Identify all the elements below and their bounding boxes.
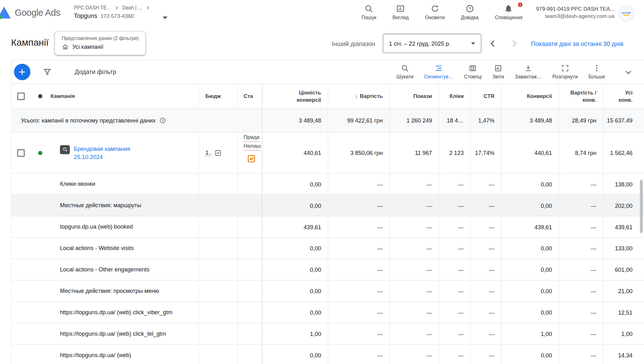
tool-segment[interactable]: Сегментув… bbox=[424, 64, 453, 80]
breadcrumb-level1[interactable]: PPC DASH TE... bbox=[74, 5, 111, 11]
google-ads-app: Google Ads PPC DASH TE... Dash | ... Top… bbox=[0, 0, 644, 364]
row-cost: — bbox=[328, 281, 389, 302]
home-icon bbox=[62, 43, 69, 51]
reports-icon bbox=[494, 64, 502, 72]
status-attention-icon[interactable] bbox=[247, 154, 256, 163]
notifications-button[interactable]: ! Сповіщення bbox=[495, 4, 523, 20]
row-cost: — bbox=[328, 216, 389, 237]
expand-icon bbox=[561, 64, 569, 72]
status-cell-empty bbox=[237, 195, 262, 216]
col-header-conv-value[interactable]: Цінність конверсії bbox=[262, 84, 328, 108]
date-range-value: 1 січ. – 22 груд. 2025 р. bbox=[389, 40, 451, 47]
filter-button[interactable] bbox=[43, 67, 52, 77]
show-last-30-days-link[interactable]: Показати дані за останні 30 днів bbox=[531, 40, 624, 47]
row-checkbox[interactable] bbox=[17, 149, 25, 156]
row-conv-value: 0,00 bbox=[262, 345, 328, 364]
budget-edit-icon[interactable] bbox=[214, 149, 222, 156]
col-header-all-conv[interactable]: Усі конв. bbox=[603, 84, 639, 108]
prev-period-button[interactable] bbox=[488, 39, 498, 48]
summary-row: Усього: кампанії в поточному представлен… bbox=[12, 109, 644, 133]
status-cell-empty bbox=[237, 345, 262, 364]
avatar[interactable]: DASH bbox=[619, 6, 634, 21]
row-conversions: 0,00 bbox=[501, 238, 558, 259]
row-conv-value: 1,00 bbox=[262, 323, 328, 344]
summary-all-conv: 15 637,49 bbox=[603, 109, 639, 132]
breadcrumb-account-name[interactable]: Topguns bbox=[74, 12, 97, 19]
funnel-icon bbox=[43, 67, 52, 77]
row-conversions: 0,00 bbox=[501, 302, 558, 323]
spacer-cell bbox=[30, 259, 50, 280]
row-conversions: 0,00 bbox=[501, 345, 558, 364]
campaign-status-text[interactable]: Налаш bbox=[244, 142, 261, 151]
svg-text:?: ? bbox=[469, 6, 471, 11]
campaign-status-text[interactable]: Прида bbox=[244, 133, 259, 142]
next-period-button[interactable] bbox=[509, 39, 519, 48]
filter-chip-caption: Представлення даних (2 фільтри) bbox=[62, 35, 139, 41]
collapse-toolbar-chevron-icon[interactable] bbox=[624, 67, 633, 77]
data-view-filter-chip[interactable]: Представлення даних (2 фільтри) Усі камп… bbox=[55, 31, 146, 55]
row-impressions: — bbox=[389, 195, 439, 216]
row-cost-per-conv: — bbox=[558, 173, 603, 195]
col-header-conversions[interactable]: Конверсії bbox=[501, 84, 558, 108]
help-button[interactable]: ? Довідка bbox=[461, 4, 479, 20]
col-header-cost-per-conv[interactable]: Вартість / конв. bbox=[558, 84, 603, 108]
row-cost: — bbox=[328, 195, 389, 216]
tool-label: Розгорнути bbox=[552, 74, 578, 79]
col-header-impressions[interactable]: Покази bbox=[389, 84, 439, 108]
add-filter-button[interactable]: Додати фільтр bbox=[75, 68, 116, 75]
conversion-action-label: https://topguns.dp.ua/ (web) click_tel_g… bbox=[51, 323, 198, 344]
select-all-checkbox[interactable] bbox=[17, 92, 25, 100]
col-header-campaign[interactable]: Кампанія bbox=[51, 84, 198, 108]
refresh-icon bbox=[430, 4, 439, 13]
col-header-cost[interactable]: ↓Вартість bbox=[328, 84, 389, 108]
row-all-conv: 138,00 bbox=[603, 173, 639, 195]
refresh-button[interactable]: Оновити bbox=[425, 4, 445, 20]
tool-more[interactable]: Більше bbox=[589, 64, 605, 80]
status-cell-empty bbox=[237, 281, 262, 302]
row-impressions: — bbox=[389, 238, 439, 259]
summary-conv-value: 3 489,48 bbox=[262, 109, 328, 132]
tool-label: Звіти bbox=[492, 74, 504, 79]
conversion-segment-row: https://topguns.dp.ua/ (web) 0,00 — — — … bbox=[12, 345, 644, 364]
tool-reports[interactable]: Звіти bbox=[492, 64, 504, 80]
spacer-cell bbox=[30, 238, 50, 259]
download-icon bbox=[524, 64, 532, 72]
col-header-clicks[interactable]: Кліки bbox=[439, 84, 470, 108]
tool-download[interactable]: Завантаж… bbox=[515, 64, 542, 80]
view-button[interactable]: Вигляд bbox=[392, 4, 408, 20]
col-header-status[interactable]: Ста bbox=[237, 84, 262, 108]
row-all-conv: 14,34 bbox=[603, 345, 639, 364]
row-impressions: — bbox=[389, 173, 439, 195]
tool-label: Більше bbox=[589, 74, 605, 79]
breadcrumb-level2[interactable]: Dash | ... bbox=[122, 5, 142, 11]
help-circle-icon[interactable]: ? bbox=[159, 117, 166, 124]
view-chart-icon bbox=[396, 4, 405, 13]
budget-cell-empty bbox=[198, 323, 237, 344]
campaign-conversions: 440,61 bbox=[501, 133, 558, 173]
row-clicks: — bbox=[439, 216, 470, 237]
google-ads-logo[interactable]: Google Ads bbox=[0, 6, 60, 20]
budget-value[interactable]: 1.. bbox=[205, 149, 212, 156]
campaign-name-link[interactable]: Брендовая кампания 25.10.2024 bbox=[74, 145, 130, 161]
spacer-cell bbox=[12, 195, 30, 216]
row-conv-value: 0,00 bbox=[262, 195, 328, 216]
account-picker-caret-icon[interactable] bbox=[163, 16, 168, 19]
date-range-selector[interactable]: 1 січ. – 22 груд. 2025 р. bbox=[383, 34, 481, 53]
tool-columns[interactable]: Стовпці bbox=[464, 64, 482, 80]
col-header-budget[interactable]: Бюдж bbox=[198, 84, 237, 108]
conversion-segment-row: Клики-звонки 0,00 — — — — 0,00 — 138,00 bbox=[12, 173, 644, 195]
tool-search[interactable]: Шукати bbox=[397, 64, 414, 80]
conversion-action-label: Местные действия: маршруты bbox=[51, 195, 198, 216]
caret-down-icon bbox=[471, 42, 475, 45]
vertical-scrollbar-thumb[interactable] bbox=[640, 180, 643, 233]
row-cost-per-conv: — bbox=[558, 259, 603, 280]
avatar-text: DASH bbox=[622, 12, 631, 14]
columns-icon bbox=[469, 64, 477, 72]
tool-expand[interactable]: Розгорнути bbox=[552, 64, 578, 80]
campaign-impressions: 11 967 bbox=[389, 133, 439, 173]
add-campaign-button[interactable] bbox=[14, 64, 30, 80]
search-button[interactable]: Пошук bbox=[361, 4, 376, 20]
spacer-cell bbox=[12, 216, 30, 237]
col-header-ctr[interactable]: CTR bbox=[470, 84, 501, 108]
action-label: Сповіщення bbox=[495, 15, 523, 20]
